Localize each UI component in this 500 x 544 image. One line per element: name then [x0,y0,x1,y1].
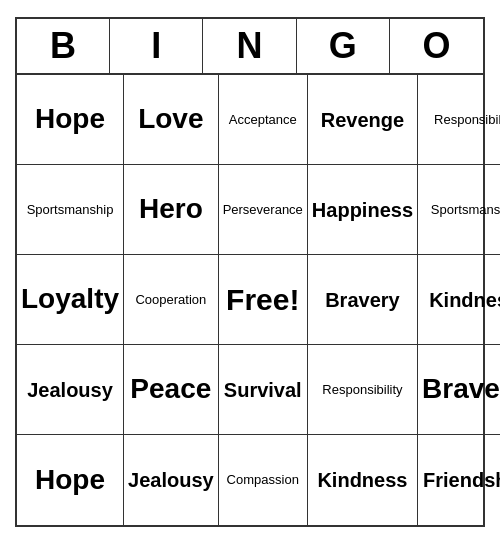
bingo-cell: Cooperation [124,255,219,345]
bingo-cell: Revenge [308,75,418,165]
cell-text: Survival [224,379,302,401]
bingo-grid: HopeLoveAcceptanceRevengeResponsibilityS… [17,75,483,525]
cell-text: Perseverance [223,202,303,218]
cell-text: Kindness [317,469,407,491]
header-letter: B [17,19,110,73]
cell-text: Responsibility [434,112,500,128]
bingo-cell: Perseverance [219,165,308,255]
header-letter: I [110,19,203,73]
cell-text: Hero [139,194,203,225]
bingo-card: BINGO HopeLoveAcceptanceRevengeResponsib… [15,17,485,527]
bingo-cell: Responsibility [308,345,418,435]
bingo-cell: Loyalty [17,255,124,345]
cell-text: Acceptance [229,112,297,128]
header-letter: O [390,19,483,73]
cell-text: Kindness [429,289,500,311]
cell-text: Jealousy [128,469,214,491]
bingo-cell: Sportsmanship [17,165,124,255]
bingo-cell: Hope [17,75,124,165]
bingo-cell: Kindness [308,435,418,525]
cell-text: Love [138,104,203,135]
cell-text: Happiness [312,199,413,221]
cell-text: Cooperation [135,292,206,308]
bingo-cell: Responsibility [418,75,500,165]
cell-text: Friendship [423,469,500,491]
bingo-cell: Love [124,75,219,165]
bingo-cell: Bravery [418,345,500,435]
cell-text: Sportsmanship [431,202,500,218]
bingo-cell: Hero [124,165,219,255]
bingo-cell: Jealousy [124,435,219,525]
bingo-cell: Compassion [219,435,308,525]
cell-text: Hope [35,465,105,496]
cell-text: Hope [35,104,105,135]
cell-text: Compassion [227,472,299,488]
cell-text: Bravery [325,289,400,311]
cell-text: Responsibility [322,382,402,398]
bingo-header: BINGO [17,19,483,75]
cell-text: Bravery [422,374,500,405]
bingo-cell: Kindness [418,255,500,345]
header-letter: G [297,19,390,73]
bingo-cell: Bravery [308,255,418,345]
bingo-cell: Friendship [418,435,500,525]
cell-text: Loyalty [21,284,119,315]
cell-text: Free! [226,283,299,317]
bingo-cell: Sportsmanship [418,165,500,255]
header-letter: N [203,19,296,73]
bingo-cell: Hope [17,435,124,525]
bingo-cell: Peace [124,345,219,435]
bingo-cell: Free! [219,255,308,345]
cell-text: Sportsmanship [27,202,114,218]
cell-text: Revenge [321,109,404,131]
bingo-cell: Acceptance [219,75,308,165]
cell-text: Peace [130,374,211,405]
bingo-cell: Jealousy [17,345,124,435]
cell-text: Jealousy [27,379,113,401]
bingo-cell: Survival [219,345,308,435]
bingo-cell: Happiness [308,165,418,255]
